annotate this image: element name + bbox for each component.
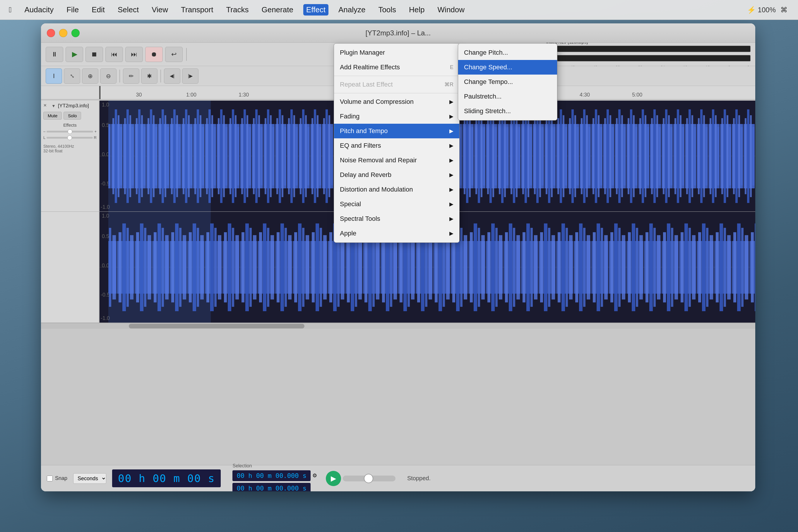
solo-button[interactable]: Solo bbox=[64, 112, 81, 120]
menubar:  Audacity File Edit Select View Transpo… bbox=[0, 0, 798, 20]
seconds-select[interactable]: Seconds bbox=[73, 473, 106, 484]
play-button[interactable]: ▶ bbox=[66, 47, 83, 62]
arrow-icon-2: ▶ bbox=[449, 113, 453, 120]
pan-slider[interactable] bbox=[47, 137, 92, 139]
svg-text:0.0: 0.0 bbox=[102, 263, 109, 268]
cursor-tool[interactable]: I bbox=[46, 69, 62, 84]
menu-noise-removal[interactable]: Noise Removal and Repair ▶ bbox=[334, 153, 459, 168]
arrow-icon-10: ▶ bbox=[449, 230, 453, 236]
stopped-text: Stopped. bbox=[407, 475, 431, 482]
menu-spectral-tools[interactable]: Spectral Tools ▶ bbox=[334, 211, 459, 226]
selection-label: Selection bbox=[232, 463, 317, 469]
menubar-generate[interactable]: Generate bbox=[258, 4, 296, 16]
submenu-change-tempo[interactable]: Change Tempo... bbox=[458, 75, 557, 89]
menubar-tools[interactable]: Tools bbox=[375, 4, 399, 16]
envelope-tool[interactable]: ⤡ bbox=[64, 69, 80, 84]
volume-slider[interactable] bbox=[47, 131, 93, 132]
menu-vol-compression[interactable]: Volume and Compression ▶ bbox=[334, 94, 459, 109]
track-controls: ✕ ▼ [YT2mp3.info] Mute Solo Effects – bbox=[41, 101, 99, 211]
titlebar: [YT2mp3.info] – La... bbox=[41, 23, 755, 43]
menubar-view[interactable]: View bbox=[149, 4, 171, 16]
menubar-select[interactable]: Select bbox=[115, 4, 142, 16]
menubar-file[interactable]: File bbox=[64, 4, 82, 16]
track-collapse-icon[interactable]: ▼ bbox=[52, 103, 56, 108]
menubar-analyze[interactable]: Analyze bbox=[335, 4, 368, 16]
svg-rect-28 bbox=[108, 212, 211, 323]
menu-plugin-manager[interactable]: Plugin Manager bbox=[334, 45, 459, 60]
sep2 bbox=[120, 70, 120, 82]
submenu-sliding-stretch[interactable]: Sliding Stretch... bbox=[458, 104, 557, 118]
menu-sep-2 bbox=[334, 93, 459, 93]
arrow-icon-6: ▶ bbox=[449, 172, 453, 178]
menubar-edit[interactable]: Edit bbox=[89, 4, 108, 16]
battery-icon: ⚡ 100% bbox=[747, 6, 776, 14]
snap-checkbox[interactable] bbox=[47, 476, 53, 481]
menu-add-realtime[interactable]: Add Realtime Effects E bbox=[334, 60, 459, 75]
effects-label: Effects bbox=[43, 122, 96, 128]
trim-right-tool[interactable]: |▶ bbox=[182, 69, 198, 84]
submenu-change-pitch[interactable]: Change Pitch... bbox=[458, 45, 557, 60]
prev-button[interactable]: ⏮ bbox=[105, 47, 123, 62]
seconds-dropdown-area: Seconds bbox=[73, 473, 106, 484]
pan-l: L bbox=[43, 135, 46, 140]
menubar-right: ⚡ 100% ⌘ bbox=[747, 6, 792, 14]
pause-button[interactable]: ⏸ bbox=[46, 47, 63, 62]
apple-menu[interactable]:  bbox=[6, 4, 15, 16]
snap-label: Snap bbox=[55, 475, 67, 481]
loop-button[interactable]: ↩ bbox=[165, 47, 183, 62]
submenu-change-speed[interactable]: Change Speed... bbox=[458, 60, 557, 75]
track-controls-bottom bbox=[41, 212, 99, 323]
selection-start: 00 h 00 m 00.000 s bbox=[232, 470, 310, 481]
menubar-effect[interactable]: Effect bbox=[303, 4, 328, 16]
track-name: [YT2mp3.info] bbox=[58, 103, 89, 109]
playback-vu-row: P bbox=[546, 55, 750, 61]
mute-button[interactable]: Mute bbox=[43, 112, 62, 120]
menubar-audacity[interactable]: Audacity bbox=[22, 4, 57, 16]
menubar-transport[interactable]: Transport bbox=[178, 4, 216, 16]
menu-delay-reverb[interactable]: Delay and Reverb ▶ bbox=[334, 168, 459, 182]
mark-500: 5:00 bbox=[632, 92, 642, 98]
speed-slider[interactable] bbox=[343, 476, 396, 481]
hscrollbar[interactable] bbox=[41, 323, 755, 329]
menu-fading[interactable]: Fading ▶ bbox=[334, 109, 459, 124]
window-title: [YT2mp3.info] – La... bbox=[366, 29, 431, 37]
ruler-spacer bbox=[41, 86, 99, 99]
menu-sep-1 bbox=[334, 76, 459, 76]
zoomin-tool[interactable]: ⊕ bbox=[82, 69, 98, 84]
menu-repeat-last: Repeat Last Effect ⌘R bbox=[334, 77, 459, 92]
arrow-icon-5: ▶ bbox=[449, 157, 453, 164]
menu-apple[interactable]: Apple ▶ bbox=[334, 226, 459, 241]
arrow-icon-7: ▶ bbox=[449, 186, 453, 193]
record-button[interactable]: ⏺ bbox=[145, 47, 163, 62]
menu-eq-filters[interactable]: EQ and Filters ▶ bbox=[334, 138, 459, 153]
menubar-window[interactable]: Window bbox=[435, 4, 468, 16]
multi-tool[interactable]: ✱ bbox=[141, 69, 158, 84]
svg-text:0.0: 0.0 bbox=[102, 152, 109, 157]
draw-tool[interactable]: ✏ bbox=[123, 69, 139, 84]
arrow-icon-4: ▶ bbox=[449, 142, 453, 149]
time-display: 00 h 00 m 00 s bbox=[112, 470, 221, 487]
recording-vu-row: R bbox=[546, 45, 750, 52]
menu-pitch-tempo[interactable]: Pitch and Tempo ▶ bbox=[334, 124, 459, 138]
arrow-icon-3: ▶ bbox=[449, 128, 453, 134]
zoomout-tool[interactable]: ⊖ bbox=[100, 69, 116, 84]
volume-row: – + bbox=[43, 129, 96, 134]
hscroll-thumb[interactable] bbox=[129, 324, 305, 328]
menubar-help[interactable]: Help bbox=[406, 4, 428, 16]
menubar-tracks[interactable]: Tracks bbox=[223, 4, 252, 16]
track-close-icon[interactable]: ✕ bbox=[43, 103, 49, 109]
play-speed-button[interactable]: ▶ bbox=[326, 471, 341, 486]
submenu-paulstretch[interactable]: Paulstretch... bbox=[458, 89, 557, 104]
mark-430: 4:30 bbox=[580, 92, 590, 98]
close-button[interactable] bbox=[47, 29, 55, 37]
stop-button[interactable]: ⏹ bbox=[86, 47, 103, 62]
maximize-button[interactable] bbox=[71, 29, 79, 37]
svg-text:1.0: 1.0 bbox=[102, 213, 109, 219]
next-button[interactable]: ⏭ bbox=[125, 47, 143, 62]
minimize-button[interactable] bbox=[59, 29, 67, 37]
trim-left-tool[interactable]: ◀| bbox=[164, 69, 180, 84]
menu-distortion-mod[interactable]: Distortion and Modulation ▶ bbox=[334, 182, 459, 197]
selection-config-icon[interactable]: ⚙ bbox=[312, 472, 317, 479]
menu-special[interactable]: Special ▶ bbox=[334, 197, 459, 211]
selection-row-1: 00 h 00 m 00.000 s ⚙ bbox=[232, 470, 317, 481]
